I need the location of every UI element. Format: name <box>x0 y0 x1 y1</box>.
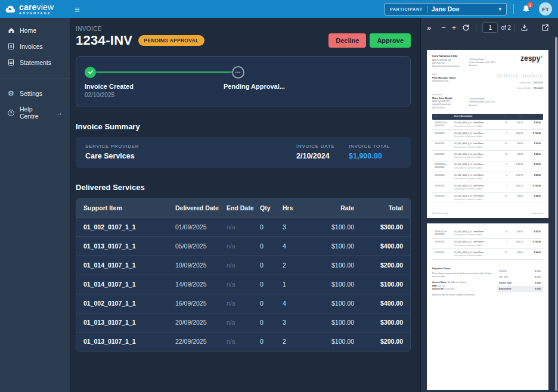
zoom-out-icon[interactable]: − <box>441 24 446 32</box>
cell-qty: 0 <box>260 242 283 250</box>
sidebar-item-label: Settings <box>20 90 42 97</box>
cell-total: $200.00 <box>354 338 403 345</box>
cell-hrs: 3 <box>283 223 310 231</box>
pdf-viewer-panel: » − + of 2 <box>420 18 558 392</box>
col-delivered-date: Delivered Date <box>175 204 227 211</box>
sidebar-item-label: Statements <box>20 59 51 66</box>
cell-total: $400.00 <box>354 242 403 250</box>
sidebar-item-label: Home <box>20 27 36 34</box>
table-row[interactable]: 01_014_0107_1_1 10/09/2025 n/a 0 2 $100.… <box>76 256 410 275</box>
main-content: INVOICE 1234-INV PENDING APPROVAL Declin… <box>70 18 420 392</box>
zoom-in-icon[interactable]: + <box>452 24 457 32</box>
cell-qty: 0 <box>260 223 283 231</box>
table-row[interactable]: 01_013_0107_1_1 20/09/2025 n/a 0 3 $100.… <box>76 313 410 332</box>
invoice-date-label: INVOICE DATE <box>296 144 349 149</box>
arrow-right-icon[interactable]: → <box>56 109 63 116</box>
gear-icon: ⚙ <box>7 89 15 97</box>
cell-support-item: 01_002_0107_1_1 <box>83 300 175 307</box>
collapse-panel-icon[interactable]: » <box>427 23 431 32</box>
top-header: careview ADVANTAGE ≡ PARTICIPANT Jane Do… <box>0 0 558 18</box>
invoice-total-value: $1,900.00 <box>349 153 401 160</box>
table-row[interactable]: 01_002_0107_1_1 01/09/2025 n/a 0 3 $100.… <box>76 217 410 237</box>
participant-selector[interactable]: PARTICIPANT Jane Doe ▾ <box>385 3 507 15</box>
cell-support-item: 01_014_0107_1_1 <box>83 262 175 269</box>
pdf-table-row: 23/03/2025 01_000_0000_0_0 - Item NameDe… <box>432 239 543 250</box>
pdf-page-2: 23/03/2025 to24/03/2025 01_000_0000_0_0 … <box>427 223 548 390</box>
stepper-progress-line <box>96 71 232 73</box>
pdf-table-row: 23/03/2025 01_000_0000_0_0 - Item NameDe… <box>432 172 543 183</box>
pending-ellipsis-icon: ••• <box>232 66 244 79</box>
cloud-logo-icon <box>5 5 16 13</box>
cell-delivered-date: 01/09/2025 <box>175 223 227 231</box>
open-external-icon[interactable] <box>541 24 549 32</box>
participant-label: PARTICIPANT <box>390 7 423 11</box>
home-icon <box>7 26 15 34</box>
page-title: 1234-INV <box>76 33 132 48</box>
pdf-page-footer: Powered by zespy zespy.com.au <box>432 212 543 214</box>
cell-hrs: 1 <box>283 281 310 288</box>
cell-rate: $100.00 <box>310 223 354 231</box>
page-count-label: of 2 <box>501 24 511 31</box>
pdf-page-1: Care Services Ltda ABN 12 234 234 234 04… <box>427 50 548 218</box>
sidebar-item-invoices[interactable]: $ Invoices <box>0 38 70 54</box>
cell-delivered-date: 05/09/2025 <box>175 242 227 250</box>
sidebar-item-settings[interactable]: ⚙ Settings <box>0 85 70 101</box>
step-label-pending: Pending Approval... <box>224 83 285 90</box>
brand-name: careview <box>19 3 54 11</box>
pdf-scroll-area[interactable]: Care Services Ltda ABN 12 234 234 234 04… <box>421 37 554 392</box>
table-row[interactable]: 01_002_0107_1_1 16/09/2025 n/a 0 4 $100.… <box>76 294 410 313</box>
notifications-button[interactable]: 1 <box>520 4 531 14</box>
avatar[interactable]: FT <box>539 2 552 15</box>
cell-hrs: 4 <box>283 242 310 250</box>
sidebar-item-help-centre[interactable]: ? Help Centre → <box>0 101 70 124</box>
cell-delivered-date: 16/09/2025 <box>175 300 227 307</box>
sidebar-item-statements[interactable]: Statements <box>0 54 70 70</box>
cell-delivered-date: 22/09/2025 <box>175 338 227 345</box>
step-label-created: Invoice Created <box>85 83 134 90</box>
cell-hrs: 2 <box>283 338 310 345</box>
cell-rate: $100.00 <box>310 338 354 345</box>
delivered-services-heading: Delivered Services <box>76 183 411 192</box>
cell-delivered-date: 10/09/2025 <box>175 262 227 269</box>
cell-support-item: 01_013_0107_1_1 <box>83 319 175 326</box>
pdf-table-row: 23/03/2025 01_000_0000_0_0 - Item NameDe… <box>432 193 543 204</box>
page-number-input[interactable] <box>482 22 498 33</box>
cell-total: $200.00 <box>354 262 403 269</box>
sidebar-divider <box>0 79 70 79</box>
status-badge: PENDING APPROVAL <box>138 35 204 46</box>
cell-total: $300.00 <box>354 319 403 326</box>
cell-hrs: 2 <box>283 262 310 269</box>
participant-name: Jane Doe <box>432 5 495 13</box>
col-hrs: Hrs <box>283 204 310 211</box>
table-row[interactable]: 01_014_0107_1_1 14/09/2025 n/a 0 1 $100.… <box>76 275 410 294</box>
cell-qty: 0 <box>260 300 283 307</box>
cell-support-item: 01_013_0107_1_1 <box>83 338 175 345</box>
cell-end-date: n/a <box>227 300 260 307</box>
chevron-down-icon: ▾ <box>498 6 501 12</box>
table-row[interactable]: 01_013_0107_1_1 22/09/2025 n/a 0 2 $100.… <box>76 332 410 351</box>
brand-logo[interactable]: careview ADVANTAGE <box>0 3 70 15</box>
col-rate: Rate <box>310 204 354 211</box>
pdf-scrollbar[interactable] <box>555 37 557 391</box>
download-icon[interactable] <box>520 24 528 32</box>
provider-value: Care Services <box>85 153 296 160</box>
cell-delivered-date: 14/09/2025 <box>175 281 227 288</box>
sidebar-item-label: Help Centre <box>20 105 51 120</box>
hamburger-menu-icon[interactable]: ≡ <box>75 5 80 14</box>
decline-button[interactable]: Decline <box>328 33 366 48</box>
cell-qty: 0 <box>260 281 283 288</box>
sidebar-item-home[interactable]: Home <box>0 22 70 38</box>
pdf-doc-title: SERVICE INVOICE <box>497 73 543 79</box>
cell-end-date: n/a <box>227 242 260 250</box>
refresh-icon[interactable] <box>462 24 470 32</box>
brand-tagline: ADVANTAGE <box>19 12 54 15</box>
pdf-payment-terms-title: Payment Terms <box>432 267 492 270</box>
pdf-table-row: 23/03/2025 01_000_0000_0_0 - Item NameDe… <box>432 249 543 260</box>
table-row[interactable]: 01_013_0107_1_1 05/09/2025 n/a 0 4 $100.… <box>76 237 410 256</box>
cell-rate: $100.00 <box>310 319 354 326</box>
approve-button[interactable]: Approve <box>370 33 411 48</box>
pdf-participant-name: Mary Jane Bright <box>432 97 469 99</box>
pdf-table-row: 23/03/2025 01_000_0000_0_0 - Item NameDe… <box>432 182 543 193</box>
cell-qty: 0 <box>260 319 283 326</box>
invoice-total-label: INVOICE TOTAL <box>349 144 401 149</box>
